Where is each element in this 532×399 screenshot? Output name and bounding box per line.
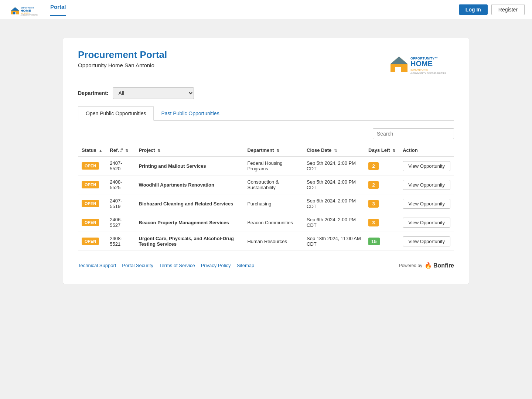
search-row — [78, 128, 454, 139]
register-button[interactable]: Register — [491, 4, 525, 15]
cell-action-2: View Opportunity — [399, 194, 454, 213]
svg-text:SAN ANTONIO: SAN ANTONIO — [410, 68, 428, 71]
cell-days-2: 3 — [365, 194, 399, 213]
cell-date-4: Sep 18th 2024, 11:00 AM CDT — [303, 232, 365, 251]
cell-status-1: OPEN — [78, 175, 106, 194]
cell-date-3: Sep 6th 2024, 2:00 PM CDT — [303, 213, 365, 232]
view-opportunity-button-4[interactable]: View Opportunity — [403, 236, 450, 246]
view-opportunity-button-2[interactable]: View Opportunity — [403, 199, 450, 209]
tab-past-opportunities[interactable]: Past Public Opportunities — [154, 106, 226, 121]
cell-status-4: OPEN — [78, 232, 106, 251]
cell-date-2: Sep 6th 2024, 2:00 PM CDT — [303, 194, 365, 213]
col-close-date: Close Date ⇅ — [303, 144, 365, 156]
portal-nav-link[interactable]: Portal — [50, 4, 66, 16]
cell-date-1: Sep 5th 2024, 2:00 PM CDT — [303, 175, 365, 194]
cell-ref-3: 2406-5527 — [106, 213, 135, 232]
status-badge-4: OPEN — [82, 238, 99, 245]
portal-subtitle: Opportunity Home San Antonio — [78, 62, 167, 68]
department-select[interactable]: All Federal Housing Programs Constructio… — [113, 87, 194, 99]
cell-date-0: Sep 5th 2024, 2:00 PM CDT — [303, 156, 365, 175]
days-badge-1: 2 — [368, 181, 379, 189]
cell-project-1: Woodhill Apartments Renovation — [135, 175, 244, 194]
cell-action-4: View Opportunity — [399, 232, 454, 251]
days-badge-3: 3 — [368, 219, 379, 226]
days-sort-icon[interactable]: ⇅ — [392, 149, 395, 153]
footer-link-technical-support[interactable]: Technical Support — [78, 263, 116, 268]
bonfire-flame-icon: 🔥 — [424, 262, 432, 269]
status-badge-2: OPEN — [82, 200, 99, 207]
table-row: OPEN 2408-5521 Urgent Care, Physicals, a… — [78, 232, 454, 251]
nav-logo-image: OPPORTUNITY HOME SAN ANTONIO A COMMUNITY… — [7, 3, 39, 16]
cell-ref-2: 2407-5519 — [106, 194, 135, 213]
ref-sort-icon[interactable]: ⇅ — [125, 149, 128, 153]
portal-title: Procurement Portal — [78, 49, 167, 61]
cell-department-3: Beacon Communities — [243, 213, 303, 232]
cell-status-3: OPEN — [78, 213, 106, 232]
col-project: Project ⇅ — [135, 144, 244, 156]
view-opportunity-button-3[interactable]: View Opportunity — [403, 218, 450, 228]
cell-ref-0: 2407-5520 — [106, 156, 135, 175]
col-days-left: Days Left ⇅ — [365, 144, 399, 156]
powered-by: Powered by 🔥 Bonfire — [399, 262, 454, 269]
footer-link-sitemap[interactable]: Sitemap — [237, 263, 255, 268]
department-label: Department: — [78, 90, 108, 96]
footer-links: Technical Support Portal Security Terms … — [78, 262, 454, 269]
cell-days-1: 2 — [365, 175, 399, 194]
days-badge-0: 2 — [368, 162, 379, 170]
bonfire-logo: 🔥 Bonfire — [424, 262, 454, 269]
portal-title-area: Procurement Portal Opportunity Home San … — [78, 49, 167, 68]
cell-ref-4: 2408-5521 — [106, 232, 135, 251]
project-sort-icon[interactable]: ⇅ — [157, 149, 160, 153]
svg-marker-9 — [391, 57, 407, 64]
footer-link-privacy[interactable]: Privacy Policy — [201, 263, 231, 268]
svg-text:HOME: HOME — [410, 59, 433, 68]
days-badge-4: 15 — [368, 238, 379, 245]
cell-project-2: Biohazard Cleaning and Related Services — [135, 194, 244, 213]
svg-rect-1 — [13, 12, 16, 14]
nav-actions: Log In Register — [459, 4, 525, 15]
tab-open-opportunities[interactable]: Open Public Opportunities — [78, 106, 154, 121]
portal-logo-image: OPPORTUNITY™ HOME SAN ANTONIO A COMMUNIT… — [384, 49, 454, 75]
table-row: OPEN 2407-5520 Printing and Mailout Serv… — [78, 156, 454, 175]
dept-sort-icon[interactable]: ⇅ — [276, 149, 279, 153]
login-button[interactable]: Log In — [459, 4, 488, 15]
portal-header: Procurement Portal Opportunity Home San … — [78, 49, 454, 76]
footer-link-terms[interactable]: Terms of Service — [159, 263, 195, 268]
svg-text:SAN ANTONIO: SAN ANTONIO — [21, 13, 30, 14]
search-input[interactable] — [373, 128, 454, 139]
svg-marker-2 — [11, 7, 19, 10]
col-ref: Ref. # ⇅ — [106, 144, 135, 156]
status-badge-0: OPEN — [82, 162, 99, 170]
table-header-row: Status ▲ Ref. # ⇅ Project ⇅ Department ⇅ — [78, 144, 454, 156]
status-sort-icon[interactable]: ▲ — [99, 149, 102, 153]
svg-text:HOME: HOME — [21, 8, 31, 12]
view-opportunity-button-1[interactable]: View Opportunity — [403, 180, 450, 190]
cell-action-3: View Opportunity — [399, 213, 454, 232]
cell-status-0: OPEN — [78, 156, 106, 175]
department-filter: Department: All Federal Housing Programs… — [78, 87, 454, 99]
cell-project-0: Printing and Mailout Services — [135, 156, 244, 175]
cell-status-2: OPEN — [78, 194, 106, 213]
table-row: OPEN 2406-5527 Beacon Property Managemen… — [78, 213, 454, 232]
cell-days-4: 15 — [365, 232, 399, 251]
table-row: OPEN 2408-5525 Woodhill Apartments Renov… — [78, 175, 454, 194]
svg-text:A COMMUNITY OF POSSIBILITIES: A COMMUNITY OF POSSIBILITIES — [410, 72, 446, 74]
col-status: Status ▲ — [78, 144, 106, 156]
powered-by-text: Powered by — [399, 263, 422, 268]
col-action: Action — [399, 144, 454, 156]
nav-logo: OPPORTUNITY HOME SAN ANTONIO A COMMUNITY… — [7, 3, 39, 16]
top-navigation: OPPORTUNITY HOME SAN ANTONIO A COMMUNITY… — [0, 0, 532, 19]
cell-department-2: Purchasing — [243, 194, 303, 213]
cell-action-0: View Opportunity — [399, 156, 454, 175]
date-sort-icon[interactable]: ⇅ — [334, 149, 337, 153]
status-badge-3: OPEN — [82, 219, 99, 226]
view-opportunity-button-0[interactable]: View Opportunity — [403, 161, 450, 171]
cell-action-1: View Opportunity — [399, 175, 454, 194]
footer-link-portal-security[interactable]: Portal Security — [122, 263, 153, 268]
cell-department-0: Federal Housing Programs — [243, 156, 303, 175]
table-row: OPEN 2407-5519 Biohazard Cleaning and Re… — [78, 194, 454, 213]
cell-department-4: Human Resources — [243, 232, 303, 251]
col-department: Department ⇅ — [243, 144, 303, 156]
svg-rect-8 — [395, 67, 399, 72]
status-badge-1: OPEN — [82, 181, 99, 188]
